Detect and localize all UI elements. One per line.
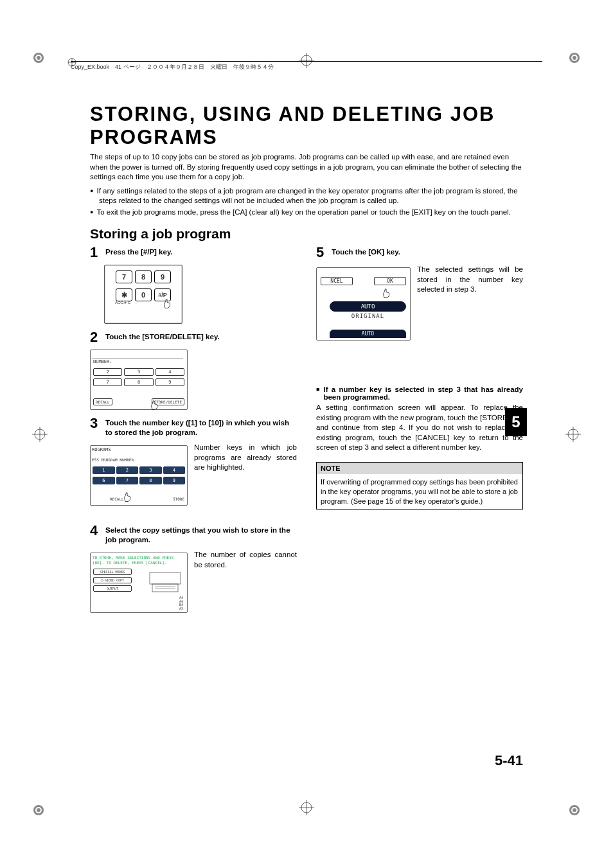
step-body: The selected settings will be stored in … <box>417 265 523 295</box>
step-title: Press the [#/P] key. <box>105 245 297 260</box>
register-mark <box>299 800 314 815</box>
step-title: Touch the [OK] key. <box>332 245 523 260</box>
step-3: 3 Touch the number key ([1] to [10]) in … <box>90 416 297 438</box>
note-box: NOTE If overwriting of programmed copy s… <box>316 462 523 510</box>
step-body: Number keys in which job programs are al… <box>194 443 297 473</box>
num-key: 6 <box>93 477 115 484</box>
header-meta: Copy_EX.book 41 ページ ２００４年９月２８日 火曜日 午後９時５… <box>71 61 542 71</box>
bullet-item: If any settings related to the steps of … <box>90 186 523 206</box>
output-button: OUTPUT <box>93 585 132 592</box>
store-delete-figure: NUMBER. 2 3 4 7 8 9 RECALL STORE/DELETE <box>90 350 188 410</box>
auto-label: AUTO <box>330 301 406 312</box>
step-5: 5 Touch the [OK] key. <box>316 245 523 260</box>
msg1: TO STORE, MAKE SELECTIONS AND PRESS <box>93 555 173 560</box>
num-key: 9 <box>163 477 186 484</box>
original-label: ORIGINAL <box>330 313 406 319</box>
store-label: STORE <box>173 497 184 501</box>
crop-mark <box>555 51 581 77</box>
finger-icon <box>161 297 173 309</box>
step-number: 4 <box>90 524 102 545</box>
sub-heading-text: If a number key is selected in step 3 th… <box>323 385 523 401</box>
square-bullet-icon: ■ <box>316 386 319 402</box>
step-number: 5 <box>316 245 328 260</box>
num-key: 2 <box>93 368 122 376</box>
sub-heading: ■ If a number key is selected in step 3 … <box>316 385 523 401</box>
page-number: 5-41 <box>495 752 523 769</box>
register-mark <box>32 427 48 442</box>
keypad-acc-label: ACC.#-C <box>115 301 130 305</box>
svg-rect-28 <box>152 584 178 592</box>
ok-button: OK <box>374 277 406 285</box>
intro-paragraph: The steps of up to 10 copy jobs can be s… <box>90 152 523 182</box>
touch-header: ROGRAMS <box>92 447 111 452</box>
step-2: 2 Touch the [STORE/DELETE] key. <box>90 330 297 344</box>
num-key: 3 <box>124 368 153 376</box>
cancel-button-fragment: NCEL <box>321 277 353 285</box>
step-body: The number of copies cannot be stored. <box>194 550 297 570</box>
two-sided-button: 2-SIDED COPY <box>93 577 132 583</box>
recall-button: RECALL <box>93 398 112 405</box>
num-key: 1 <box>93 466 115 474</box>
keypad-0: 0 <box>135 288 152 301</box>
sub-body: A setting confirmation screen will appea… <box>316 403 523 453</box>
touch-sub: ESS PROGRAM NUMBER. <box>92 457 136 462</box>
finger-icon <box>380 287 392 299</box>
keypad-9: 9 <box>154 270 171 283</box>
num-key: 7 <box>93 378 122 386</box>
paper-size: A3 <box>179 607 183 611</box>
copier-icon <box>146 569 184 594</box>
num-key: 7 <box>116 477 139 484</box>
step-number: 3 <box>90 416 102 438</box>
special-modes-button: SPECIAL MODES <box>93 569 132 575</box>
crop-mark <box>32 51 58 77</box>
num-key: 4 <box>163 466 186 474</box>
finger-icon <box>148 399 160 411</box>
bullet-item: To exit the job programs mode, press the… <box>90 208 523 218</box>
svg-point-8 <box>37 808 40 812</box>
auto-bottom-label: AUTO <box>330 330 406 338</box>
page-title: STORING, USING AND DELETING JOB PROGRAMS <box>90 103 523 148</box>
num-key: 8 <box>139 477 162 484</box>
copy-settings-figure: TO STORE, MAKE SELECTIONS AND PRESS [OK]… <box>90 553 188 613</box>
note-body: If overwriting of programmed copy settin… <box>317 474 522 509</box>
step-number: 2 <box>90 330 102 344</box>
program-number-figure: ROGRAMS ESS PROGRAM NUMBER. 1 2 3 4 6 7 … <box>90 445 188 506</box>
svg-point-11 <box>573 808 576 812</box>
register-mark <box>565 427 581 442</box>
step-title: Touch the number key ([1] to [10]) in wh… <box>105 416 297 438</box>
num-key: 8 <box>124 378 153 386</box>
crop-mark <box>32 791 58 817</box>
svg-point-2 <box>37 56 40 60</box>
msg2: [OK]. TO DELETE, PRESS [CANCEL]. <box>93 560 167 565</box>
intro-bullets: If any settings related to the steps of … <box>90 186 523 218</box>
ok-figure: NCEL OK AUTO ORIGINAL AUTO <box>316 267 411 341</box>
note-title: NOTE <box>317 463 522 474</box>
svg-rect-27 <box>150 572 181 584</box>
num-key: 4 <box>155 368 184 376</box>
step-number: 1 <box>90 245 102 260</box>
step-1: 1 Press the [#/P] key. <box>90 245 297 260</box>
step-4: 4 Select the copy settings that you wish… <box>90 524 297 545</box>
keypad-7: 7 <box>116 270 132 283</box>
step-title: Select the copy settings that you wish t… <box>105 524 297 545</box>
svg-point-5 <box>573 56 576 60</box>
keypad-8: 8 <box>135 270 152 283</box>
section-heading: Storing a job program <box>90 226 523 242</box>
keypad-figure: 7 8 9 ✱ 0 #/P ACC.#-C <box>104 265 182 324</box>
num-key: 3 <box>139 466 162 474</box>
keypad-star: ✱ <box>116 288 132 301</box>
finger-icon <box>121 491 133 502</box>
step-title: Touch the [STORE/DELETE] key. <box>105 330 297 344</box>
num-key: 2 <box>116 466 139 474</box>
num-key: 9 <box>155 378 184 386</box>
touch-header: NUMBER. <box>93 359 112 364</box>
chapter-tab: 5 <box>505 408 527 436</box>
crop-mark <box>555 791 581 817</box>
